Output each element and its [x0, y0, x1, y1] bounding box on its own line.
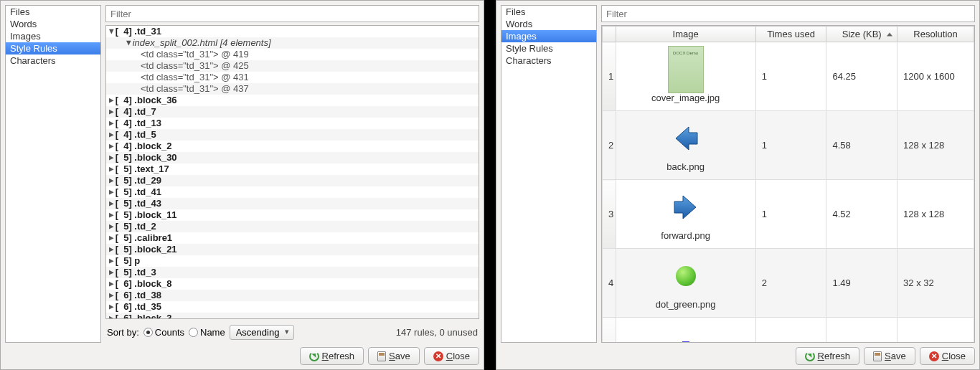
- green-dot-icon: [676, 266, 696, 286]
- disclosure-closed-icon[interactable]: [109, 198, 114, 209]
- tree-row[interactable]: [ 5] .block_11: [106, 209, 479, 221]
- column-header[interactable]: Size (KB): [826, 27, 897, 42]
- disclosure-closed-icon[interactable]: [109, 232, 114, 244]
- sidebar-item-characters[interactable]: Characters: [501, 54, 596, 67]
- tree-row[interactable]: [ 5] .td_29: [106, 175, 479, 186]
- disclosure-closed-icon[interactable]: [109, 163, 114, 175]
- disclosure-closed-icon[interactable]: [109, 278, 114, 290]
- resolution-cell: 32 x 32: [897, 249, 974, 318]
- disclosure-closed-icon[interactable]: [109, 221, 114, 232]
- table-row[interactable]: 1DOCX Democover_image.jpg164.251200 x 16…: [603, 42, 974, 111]
- rules-tree[interactable]: [ 4] .td_31 index_split_002.html [4 elem…: [105, 25, 479, 319]
- tree-row[interactable]: [ 4] .td_31: [106, 26, 479, 37]
- disclosure-closed-icon[interactable]: [109, 267, 114, 278]
- sidebar-item-images[interactable]: Images: [501, 30, 596, 42]
- sidebar-item-files[interactable]: Files: [6, 6, 100, 18]
- refresh-icon: [805, 351, 815, 361]
- tree-row[interactable]: [ 6] .block_8: [106, 278, 479, 290]
- times-used-cell: 1: [755, 318, 826, 343]
- tree-row[interactable]: <td class="td_31"> @ 431: [106, 72, 479, 83]
- save-button[interactable]: Save: [864, 347, 915, 365]
- refresh-button[interactable]: Refresh: [300, 347, 364, 365]
- table-row[interactable]: 3forward.png14.52128 x 128: [603, 180, 974, 249]
- filter-input[interactable]: [105, 5, 479, 22]
- sort-name-radio[interactable]: Name: [189, 327, 225, 338]
- filter-input[interactable]: [601, 5, 975, 22]
- tree-row[interactable]: <td class="td_31"> @ 419: [106, 49, 479, 60]
- tree-row[interactable]: [ 5] .calibre1: [106, 232, 479, 244]
- category-sidebar: FilesWordsImagesStyle RulesCharacters: [5, 5, 101, 343]
- row-number: 5: [603, 318, 616, 343]
- column-header[interactable]: Resolution: [897, 27, 974, 42]
- size-cell: 4.52: [826, 180, 897, 249]
- table-row[interactable]: 4dot_green.png21.4932 x 32: [603, 249, 974, 318]
- tree-row[interactable]: [ 6] .block_3: [106, 313, 479, 319]
- disclosure-closed-icon[interactable]: [109, 244, 114, 255]
- tree-row[interactable]: [ 5] .td_2: [106, 221, 479, 232]
- tree-row[interactable]: [ 5] .td_3: [106, 267, 479, 278]
- tree-row[interactable]: <td class="td_31"> @ 437: [106, 83, 479, 95]
- disclosure-open-icon[interactable]: [126, 37, 131, 49]
- size-cell: 0.30: [826, 318, 897, 343]
- column-header[interactable]: Image: [616, 27, 755, 42]
- tree-row[interactable]: [ 4] .block_36: [106, 95, 479, 106]
- sidebar-item-words[interactable]: Words: [501, 18, 596, 30]
- tree-row[interactable]: index_split_002.html [4 elements]: [106, 37, 479, 49]
- tree-row[interactable]: <td class="td_31"> @ 425: [106, 60, 479, 72]
- times-used-cell: 1: [755, 111, 826, 180]
- disclosure-closed-icon[interactable]: [109, 152, 114, 163]
- refresh-button[interactable]: Refresh: [796, 347, 860, 365]
- image-filename: forward.png: [661, 230, 710, 241]
- image-cell: back.png: [616, 111, 755, 180]
- sidebar-item-images[interactable]: Images: [6, 30, 100, 42]
- column-header[interactable]: Times used: [755, 27, 826, 42]
- tree-row[interactable]: [ 5] .block_30: [106, 152, 479, 163]
- disclosure-closed-icon[interactable]: [109, 313, 114, 319]
- close-button[interactable]: ✕Close: [920, 347, 975, 365]
- tree-row[interactable]: [ 4] .td_7: [106, 106, 479, 118]
- disclosure-closed-icon[interactable]: [109, 290, 114, 301]
- times-used-cell: 2: [755, 249, 826, 318]
- button-row: Refresh Save ✕Close: [496, 343, 979, 369]
- disclosure-closed-icon[interactable]: [109, 175, 114, 186]
- disclosure-closed-icon[interactable]: [109, 209, 114, 221]
- sort-order-combo[interactable]: Ascending: [230, 325, 295, 340]
- disclosure-open-icon[interactable]: [109, 26, 114, 37]
- tree-row[interactable]: [ 4] .block_2: [106, 141, 479, 152]
- disclosure-closed-icon[interactable]: [109, 118, 114, 129]
- panel-style-rules: FilesWordsImagesStyle RulesCharacters [ …: [0, 0, 484, 370]
- sidebar-item-words[interactable]: Words: [6, 18, 100, 30]
- images-table-container: ImageTimes usedSize (KB)Resolution 1DOCX…: [601, 25, 975, 343]
- disclosure-closed-icon[interactable]: [109, 95, 114, 106]
- sidebar-item-characters[interactable]: Characters: [6, 54, 100, 67]
- images-table[interactable]: ImageTimes usedSize (KB)Resolution 1DOCX…: [602, 26, 974, 343]
- close-button[interactable]: ✕Close: [424, 347, 479, 365]
- disclosure-closed-icon[interactable]: [109, 129, 114, 141]
- table-row[interactable]: 5image1.gif10.3012 x 12: [603, 318, 974, 343]
- tree-row[interactable]: [ 4] .td_13: [106, 118, 479, 129]
- tree-row[interactable]: [ 6] .td_35: [106, 301, 479, 313]
- tree-row[interactable]: [ 5] .block_21: [106, 244, 479, 255]
- tree-row[interactable]: [ 5] .td_43: [106, 198, 479, 209]
- tree-row[interactable]: [ 4] .td_5: [106, 129, 479, 141]
- disclosure-closed-icon[interactable]: [109, 106, 114, 118]
- sidebar-item-style-rules[interactable]: Style Rules: [6, 42, 100, 54]
- sidebar-item-style-rules[interactable]: Style Rules: [501, 42, 596, 54]
- disclosure-closed-icon[interactable]: [109, 301, 114, 313]
- resolution-cell: 128 x 128: [897, 111, 974, 180]
- tree-row[interactable]: [ 6] .td_38: [106, 290, 479, 301]
- tree-row[interactable]: [ 5] .td_41: [106, 186, 479, 198]
- disclosure-closed-icon[interactable]: [109, 141, 114, 152]
- save-button[interactable]: Save: [368, 347, 420, 365]
- disclosure-closed-icon[interactable]: [109, 255, 114, 267]
- table-row[interactable]: 2back.png14.58128 x 128: [603, 111, 974, 180]
- category-sidebar: FilesWordsImagesStyle RulesCharacters: [501, 5, 597, 343]
- sidebar-item-files[interactable]: Files: [501, 6, 596, 18]
- back-arrow-icon: [669, 121, 703, 156]
- row-number: 2: [603, 111, 616, 180]
- sort-counts-radio[interactable]: Counts: [143, 327, 184, 338]
- tree-row[interactable]: [ 5] p: [106, 255, 479, 267]
- tree-row[interactable]: [ 5] .text_17: [106, 163, 479, 175]
- row-number: 4: [603, 249, 616, 318]
- disclosure-closed-icon[interactable]: [109, 186, 114, 198]
